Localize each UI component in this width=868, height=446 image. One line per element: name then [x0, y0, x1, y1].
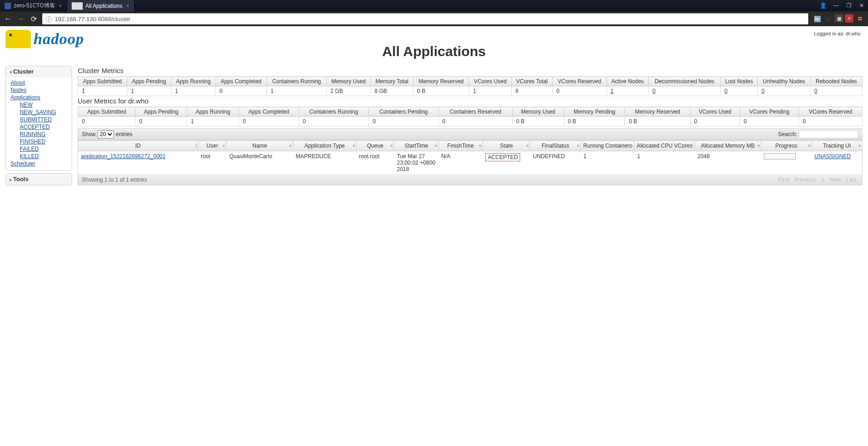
page-first[interactable]: First — [779, 177, 789, 183]
sidebar-link-running[interactable]: RUNNING — [11, 131, 67, 138]
th-start[interactable]: StartTime◆ — [394, 141, 438, 151]
th-queue[interactable]: Queue◆ — [356, 141, 394, 151]
sort-icon: ▴▾ — [195, 143, 197, 149]
th-allocmem[interactable]: Allocated Memory MB◆ — [695, 141, 761, 151]
address-bar-row: ← → ⟳ i 192.168.77.130:8088/cluster 🔤 ☆ … — [0, 11, 868, 26]
pdf-icon[interactable]: A — [845, 14, 853, 23]
page-next[interactable]: Next — [829, 177, 841, 183]
page-1[interactable]: 1 — [821, 177, 824, 183]
forward-icon[interactable]: → — [17, 15, 25, 23]
th-runcont[interactable]: Running Containers◆ — [581, 141, 635, 151]
rebooted-nodes-link[interactable]: 0 — [814, 88, 817, 94]
sort-icon: ◆ — [691, 144, 693, 147]
bookmark-icon[interactable]: ☆ — [824, 14, 833, 23]
th-apptype[interactable]: Application Type◆ — [293, 141, 357, 151]
sort-icon: ◆ — [390, 144, 393, 147]
app-id-link[interactable]: application_1522162696272_0001 — [78, 151, 199, 175]
unhealthy-nodes-link[interactable]: 0 — [761, 88, 765, 94]
th-progress[interactable]: Progress◆ — [761, 141, 811, 151]
sidebar-link-failed[interactable]: FAILED — [11, 145, 67, 153]
th-memory-used[interactable]: Memory Used — [327, 77, 371, 86]
user-icon[interactable]: 👤 — [817, 0, 829, 11]
th-alloccpu[interactable]: Allocated CPU VCores◆ — [635, 141, 695, 151]
th-finish[interactable]: FinishTime◆ — [438, 141, 482, 151]
search-input[interactable] — [799, 130, 858, 138]
th-name[interactable]: Name◆ — [227, 141, 293, 151]
show-label: Show — [82, 131, 96, 137]
sidebar-link-nodes[interactable]: Nodes — [11, 86, 67, 94]
sidebar-link-newsaving[interactable]: NEW_SAVING — [11, 109, 67, 116]
th-apps-completed[interactable]: Apps Completed — [216, 77, 267, 86]
sidebar-head-cluster[interactable]: Cluster — [6, 66, 72, 77]
reload-icon[interactable]: ⟳ — [29, 15, 38, 23]
info-icon[interactable]: i — [46, 16, 52, 22]
close-icon[interactable]: × — [55, 3, 62, 9]
user-metrics-table: Apps Submitted Apps Pending Apps Running… — [78, 107, 862, 126]
th-rebooted-nodes[interactable]: Rebooted Nodes — [811, 77, 862, 86]
th-containers-running[interactable]: Containers Running — [267, 77, 326, 86]
entries-select[interactable]: 20 — [97, 130, 114, 138]
th-lost-nodes[interactable]: Lost Nodes — [720, 77, 758, 86]
sidebar-link-accepted[interactable]: ACCEPTED — [11, 123, 67, 131]
th-decom-nodes[interactable]: Decommissioned Nodes — [649, 77, 721, 86]
th-state[interactable]: State◆ — [482, 141, 530, 151]
sidebar-link-finished[interactable]: FINISHED — [11, 138, 67, 145]
sidebar: Cluster About Nodes Applications NEW NEW… — [6, 66, 72, 188]
close-icon[interactable]: × — [123, 3, 130, 9]
sidebar-link-submitted[interactable]: SUBMITTED — [11, 116, 67, 123]
th-memory-total[interactable]: Memory Total — [371, 77, 414, 86]
search-label: Search: — [778, 131, 797, 137]
sidebar-link-about[interactable]: About — [11, 79, 67, 86]
applications-table: ID▴▾ User◆ Name◆ Application Type◆ Queue… — [78, 140, 862, 175]
table-row: 1 1 1 0 1 2 GB 8 GB 0 B 1 8 0 1 0 0 0 0 — [78, 86, 862, 96]
tracking-ui-link[interactable]: UNASSIGNED — [811, 151, 862, 175]
minimize-icon[interactable]: — — [829, 0, 842, 11]
sidebar-link-scheduler[interactable]: Scheduler — [11, 160, 67, 167]
url-text: 192.168.77.130:8088/cluster — [55, 16, 130, 23]
pagination: First Previous 1 Next Last — [777, 177, 858, 183]
cluster-metrics-title: Cluster Metrics — [78, 67, 862, 74]
sort-icon: ◆ — [222, 144, 225, 147]
menu-icon[interactable]: 〓 — [855, 14, 864, 23]
ext-icon[interactable]: ▦ — [835, 14, 843, 23]
table-row: application_1522162696272_0001 root Quas… — [78, 151, 862, 175]
th-active-nodes[interactable]: Active Nodes — [607, 77, 649, 86]
th-unhealthy-nodes[interactable]: Unhealthy Nodes — [758, 77, 811, 86]
sidebar-link-new[interactable]: NEW — [11, 101, 67, 109]
table-row: 0 0 1 0 0 0 0 0 B 0 B 0 B 0 0 0 — [78, 117, 862, 126]
logo-text: hadoop — [34, 30, 84, 48]
th-tracking[interactable]: Tracking UI◆ — [811, 141, 862, 151]
th-apps-running[interactable]: Apps Running — [171, 77, 216, 86]
page-last[interactable]: Last — [846, 177, 857, 183]
page-prev[interactable]: Previous — [794, 177, 816, 183]
table-toolbar: Show 20 entries Search: — [78, 128, 862, 140]
th-memory-reserved[interactable]: Memory Reserved — [413, 77, 469, 86]
maximize-icon[interactable]: ❐ — [842, 0, 855, 11]
decom-nodes-link[interactable]: 0 — [652, 88, 656, 94]
sidebar-link-killed[interactable]: KILLED — [11, 153, 67, 160]
sidebar-head-tools[interactable]: Tools — [6, 174, 72, 185]
th-vcores-reserved[interactable]: VCores Reserved — [552, 77, 607, 86]
th-user[interactable]: User◆ — [198, 141, 227, 151]
lost-nodes-link[interactable]: 0 — [725, 88, 728, 94]
th-id[interactable]: ID▴▾ — [78, 141, 199, 151]
th-vcores-total[interactable]: VCores Total — [511, 77, 552, 86]
url-bar[interactable]: i 192.168.77.130:8088/cluster — [42, 13, 808, 24]
main-content: Cluster Metrics Apps Submitted Apps Pend… — [78, 66, 862, 188]
th-apps-pending[interactable]: Apps Pending — [127, 77, 171, 86]
sort-icon: ◆ — [289, 144, 292, 147]
translate-icon[interactable]: 🔤 — [813, 14, 822, 23]
th-apps-submitted[interactable]: Apps Submitted — [78, 77, 127, 86]
th-finalstatus[interactable]: FinalStatus◆ — [530, 141, 581, 151]
sidebar-link-applications[interactable]: Applications — [11, 94, 67, 101]
page-title: All Applications — [6, 44, 862, 59]
browser-tab-2[interactable]: All Applications × — [67, 0, 135, 11]
th-vcores-used[interactable]: VCores Used — [469, 77, 511, 86]
back-icon[interactable]: ← — [4, 15, 12, 23]
hadoop-logo[interactable]: hadoop — [6, 30, 84, 48]
sort-icon: ◆ — [479, 144, 482, 147]
close-window-icon[interactable]: ✕ — [855, 0, 868, 11]
browser-tab-1[interactable]: zero-51CTO博客 × — [0, 0, 67, 11]
active-nodes-link[interactable]: 1 — [611, 88, 614, 94]
sort-icon: ◆ — [577, 144, 579, 147]
